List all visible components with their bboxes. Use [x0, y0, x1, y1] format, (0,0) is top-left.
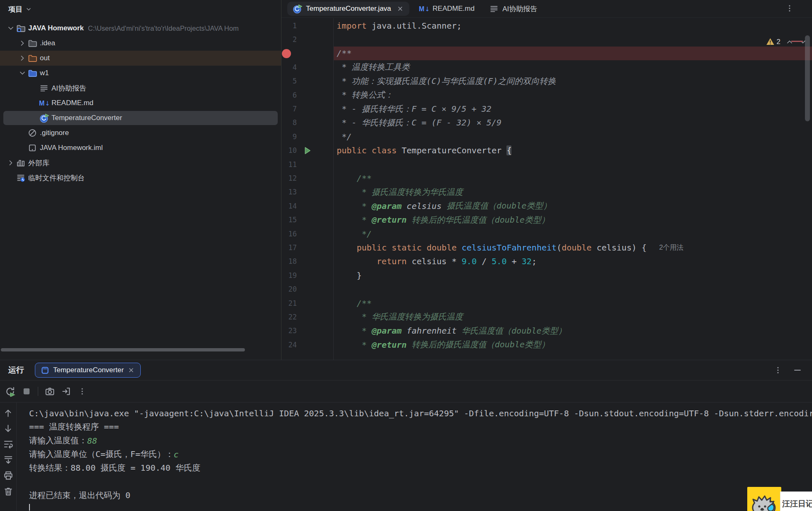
code-line[interactable]: 18 return celsius * 9.0 / 5.0 + 32;	[281, 255, 812, 268]
editor-tab-TemperatureConverter.java[interactable]: TemperatureConverter.java	[287, 2, 409, 16]
project-panel-header[interactable]: 项目	[0, 0, 281, 18]
line-number[interactable]: 21	[281, 299, 297, 307]
code-line[interactable]: 8 * - 华氏转摄氏：C = (F - 32) × 5/9	[281, 116, 812, 130]
breakpoint-icon[interactable]	[282, 49, 291, 58]
line-number[interactable]: 19	[281, 271, 297, 280]
code-line[interactable]: 13 * 摄氏温度转换为华氏温度	[281, 185, 812, 199]
tree-item-.gitignore[interactable]: .gitignore	[0, 125, 281, 140]
tab-bar-options-icon[interactable]	[785, 4, 794, 12]
chevron-spacer	[29, 83, 39, 93]
tree-item-TemperatureConverter[interactable]: TemperatureConverter	[0, 111, 281, 125]
editor-vertical-scrollbar[interactable]	[805, 35, 810, 121]
line-number[interactable]: 9	[281, 133, 297, 141]
editor-tab-README.md[interactable]: M↓README.md	[413, 2, 480, 16]
chevron-right-icon[interactable]	[6, 158, 16, 168]
run-options-icon[interactable]	[774, 366, 782, 374]
run-configuration-tab[interactable]: TemperatureConverter	[35, 363, 141, 378]
code-line[interactable]: 14 * @param celsius 摄氏温度值（double类型）	[281, 199, 812, 213]
scroll-down-icon[interactable]	[3, 424, 13, 433]
code-line[interactable]: 3/**	[281, 47, 812, 60]
run-toolbar	[0, 381, 812, 403]
line-number[interactable]: 23	[281, 327, 297, 335]
editor-body[interactable]: 1import java.util.Scanner;23/**4 * 温度转换工…	[281, 18, 812, 360]
chevron-spacer	[17, 143, 27, 153]
tree-item-.idea[interactable]: .idea	[0, 36, 281, 51]
code-line[interactable]: 24 * @return 转换后的摄氏温度值（double类型）	[281, 338, 812, 351]
code-line[interactable]: 21 /**	[281, 296, 812, 310]
code-line[interactable]: 23 * @param fahrenheit 华氏温度值（double类型）	[281, 324, 812, 338]
editor-tab-AI协助报告[interactable]: AI协助报告	[484, 2, 543, 16]
line-number[interactable]: 22	[281, 313, 297, 321]
screenshot-icon[interactable]	[45, 386, 55, 396]
library-icon	[16, 158, 26, 168]
code-text: return celsius * 9.0 / 5.0 + 32;	[333, 255, 812, 268]
code-line[interactable]: 17 public static double celsiusToFahrenh…	[281, 241, 812, 254]
line-number[interactable]: 14	[281, 202, 297, 210]
close-icon[interactable]	[127, 366, 135, 374]
close-tab-icon[interactable]	[396, 5, 404, 12]
line-number[interactable]: 24	[281, 341, 297, 349]
line-number[interactable]: 7	[281, 105, 297, 113]
tree-item-AI协助报告[interactable]: AI协助报告	[0, 81, 281, 96]
line-number[interactable]: 4	[281, 63, 297, 71]
line-number[interactable]: 12	[281, 174, 297, 182]
clear-all-icon[interactable]	[3, 486, 13, 496]
chevron-right-icon[interactable]	[17, 53, 27, 63]
code-line[interactable]: 20	[281, 282, 812, 296]
line-number[interactable]: 11	[281, 160, 297, 169]
project-horizontal-scrollbar[interactable]	[1, 348, 245, 351]
line-number[interactable]: 13	[281, 188, 297, 196]
chevron-down-icon[interactable]	[6, 23, 16, 33]
print-icon[interactable]	[3, 471, 13, 481]
tree-item-README.md[interactable]: M↓README.md	[0, 96, 281, 111]
line-number[interactable]: 16	[281, 230, 297, 238]
tree-item-外部库[interactable]: 外部库	[0, 155, 281, 170]
code-line[interactable]: 10public class TemperatureConverter {	[281, 144, 812, 157]
stop-icon[interactable]	[22, 387, 31, 396]
java-class-icon	[293, 4, 302, 14]
chevron-down-icon[interactable]	[17, 68, 27, 78]
run-class-icon[interactable]	[303, 147, 311, 155]
gutter-cell	[297, 116, 333, 130]
code-line[interactable]: 12 /**	[281, 171, 812, 185]
chevron-spacer	[17, 128, 27, 138]
code-line[interactable]: 1import java.util.Scanner;	[281, 19, 812, 32]
chevron-right-icon[interactable]	[17, 38, 27, 48]
line-number[interactable]: 5	[281, 77, 297, 85]
error-stripe-mark[interactable]	[791, 41, 803, 42]
line-number[interactable]: 2	[281, 35, 297, 44]
code-line[interactable]: 7 * - 摄氏转华氏：F = C × 9/5 + 32	[281, 102, 812, 115]
code-line[interactable]: 2	[281, 32, 812, 46]
rerun-icon[interactable]	[5, 386, 15, 397]
tree-item-临时文件和控制台[interactable]: 临时文件和控制台	[0, 170, 281, 185]
line-number[interactable]: 10	[281, 146, 297, 155]
import-test-icon[interactable]	[61, 386, 71, 396]
tree-item-out[interactable]: out	[0, 51, 281, 66]
line-number[interactable]: 20	[281, 285, 297, 293]
tree-item-w1[interactable]: w1	[0, 66, 281, 81]
scroll-up-icon[interactable]	[3, 408, 13, 418]
scroll-to-end-icon[interactable]	[3, 455, 13, 465]
console-output[interactable]: C:\java\bin\java.exe "-javaagent:C:\java…	[29, 406, 812, 511]
code-line[interactable]: 4 * 温度转换工具类	[281, 60, 812, 74]
code-line[interactable]: 6 * 转换公式：	[281, 88, 812, 102]
code-line[interactable]: 15 * @return 转换后的华氏温度值（double类型）	[281, 213, 812, 226]
minimize-icon[interactable]	[793, 366, 802, 375]
code-line[interactable]: 5 * 功能：实现摄氏温度(C)与华氏温度(F)之间的双向转换	[281, 74, 812, 88]
line-number[interactable]: 8	[281, 118, 297, 127]
code-line[interactable]: 16 */	[281, 227, 812, 241]
code-line[interactable]: 11	[281, 157, 812, 171]
code-line[interactable]: 19 }	[281, 268, 812, 282]
line-number[interactable]: 15	[281, 216, 297, 224]
chevron-spacer	[29, 113, 39, 123]
soft-wrap-icon[interactable]	[3, 439, 13, 449]
code-line[interactable]: 9 */	[281, 130, 812, 143]
console-options-icon[interactable]	[78, 387, 86, 396]
tree-item-JAVA-Homework[interactable]: JAVA HomeworkC:\Users\Ad'mi'ni's'tra'to'…	[0, 21, 281, 36]
line-number[interactable]: 6	[281, 91, 297, 99]
line-number[interactable]: 18	[281, 257, 297, 265]
line-number[interactable]: 1	[281, 22, 297, 30]
line-number[interactable]: 17	[281, 243, 297, 252]
code-line[interactable]: 22 * 华氏温度转换为摄氏温度	[281, 310, 812, 324]
tree-item-JAVA-Homework.iml[interactable]: JAVA Homework.iml	[0, 140, 281, 155]
